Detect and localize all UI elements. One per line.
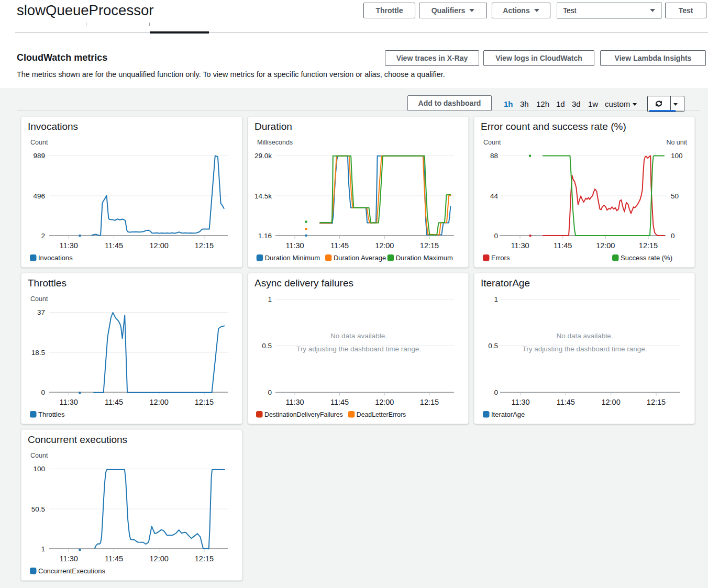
svg-text:12:00: 12:00 [375, 241, 394, 250]
svg-text:Errors: Errors [491, 254, 510, 262]
svg-text:Invocations: Invocations [38, 254, 73, 262]
svg-text:11:30: 11:30 [285, 398, 304, 406]
svg-text:DeadLetterErrors: DeadLetterErrors [357, 411, 406, 418]
svg-text:12:15: 12:15 [195, 241, 214, 250]
svg-text:11:30: 11:30 [511, 398, 529, 406]
svg-text:1: 1 [494, 295, 498, 303]
svg-text:11:45: 11:45 [330, 398, 349, 406]
svg-text:989: 989 [33, 152, 45, 160]
svg-text:Count: Count [30, 452, 48, 459]
svg-text:1: 1 [41, 545, 45, 553]
svg-text:12:15: 12:15 [420, 398, 439, 406]
svg-text:12:00: 12:00 [375, 398, 394, 406]
svg-text:11:45: 11:45 [105, 398, 123, 406]
svg-text:100: 100 [671, 152, 683, 160]
svg-text:12:15: 12:15 [195, 554, 214, 563]
svg-text:Duration: Duration [255, 121, 292, 132]
svg-text:50.5: 50.5 [31, 505, 45, 513]
svg-text:Count: Count [30, 139, 48, 146]
svg-text:0.5: 0.5 [262, 342, 272, 350]
svg-text:Async delivery failures: Async delivery failures [255, 278, 353, 289]
svg-text:12:00: 12:00 [150, 554, 169, 563]
svg-text:50: 50 [671, 192, 679, 200]
svg-text:Duration Average: Duration Average [334, 254, 386, 262]
svg-text:Throttles: Throttles [28, 278, 67, 289]
svg-text:Try adjusting the dashboard ti: Try adjusting the dashboard time range. [522, 345, 647, 353]
svg-text:11:30: 11:30 [285, 241, 304, 250]
svg-text:496: 496 [33, 192, 45, 200]
svg-text:DestinationDeliveryFailures: DestinationDeliveryFailures [264, 411, 343, 418]
svg-text:Concurrent executions: Concurrent executions [28, 434, 127, 445]
svg-text:Error count and success rate (: Error count and success rate (%) [481, 121, 626, 132]
svg-text:1: 1 [268, 295, 272, 303]
svg-text:29.0k: 29.0k [255, 152, 272, 160]
svg-text:37: 37 [37, 308, 45, 316]
svg-text:Milliseconds: Milliseconds [257, 139, 293, 146]
svg-text:11:30: 11:30 [60, 554, 78, 563]
svg-text:12:00: 12:00 [601, 398, 620, 406]
svg-text:11:45: 11:45 [557, 398, 575, 406]
svg-text:12:15: 12:15 [195, 398, 214, 406]
svg-text:0: 0 [41, 389, 45, 396]
svg-text:11:30: 11:30 [60, 398, 78, 406]
svg-text:11:45: 11:45 [330, 241, 349, 250]
svg-text:100: 100 [33, 465, 45, 473]
svg-text:Invocations: Invocations [28, 121, 78, 132]
svg-text:0: 0 [268, 389, 272, 396]
svg-text:Duration Minimum: Duration Minimum [265, 254, 320, 262]
svg-text:11:30: 11:30 [60, 241, 78, 250]
svg-text:Count: Count [483, 139, 501, 146]
svg-text:Duration Maximum: Duration Maximum [396, 254, 453, 262]
svg-text:18.5: 18.5 [31, 349, 45, 357]
svg-text:IteratorAge: IteratorAge [481, 278, 530, 289]
svg-text:11:45: 11:45 [105, 241, 123, 250]
svg-text:0: 0 [494, 389, 498, 396]
svg-text:12:00: 12:00 [150, 241, 169, 250]
svg-text:14.5k: 14.5k [255, 192, 272, 200]
svg-text:1.16: 1.16 [258, 232, 272, 240]
svg-text:88: 88 [490, 152, 498, 160]
svg-text:IteratorAge: IteratorAge [491, 411, 525, 418]
svg-text:ConcurrentExecutions: ConcurrentExecutions [38, 567, 105, 575]
svg-text:0: 0 [494, 232, 498, 240]
svg-text:12:15: 12:15 [639, 241, 658, 250]
svg-text:11:45: 11:45 [554, 241, 572, 250]
svg-text:Success rate (%): Success rate (%) [621, 254, 672, 262]
svg-text:0: 0 [671, 232, 675, 240]
svg-text:No data available.: No data available. [556, 332, 613, 340]
svg-text:Throttles: Throttles [38, 411, 65, 418]
svg-text:12:15: 12:15 [420, 241, 439, 250]
svg-text:12:00: 12:00 [150, 398, 169, 406]
svg-text:12:00: 12:00 [596, 241, 615, 250]
svg-text:11:45: 11:45 [105, 554, 123, 563]
svg-text:Count: Count [30, 295, 48, 303]
svg-text:No data available.: No data available. [330, 332, 387, 340]
svg-text:2: 2 [41, 232, 45, 240]
svg-text:12:15: 12:15 [647, 398, 666, 406]
svg-text:0.5: 0.5 [488, 342, 498, 350]
svg-text:44: 44 [490, 192, 499, 200]
svg-text:11:30: 11:30 [511, 241, 529, 250]
svg-text:No unit: No unit [666, 139, 687, 146]
svg-text:Try adjusting the dashboard ti: Try adjusting the dashboard time range. [296, 345, 421, 353]
